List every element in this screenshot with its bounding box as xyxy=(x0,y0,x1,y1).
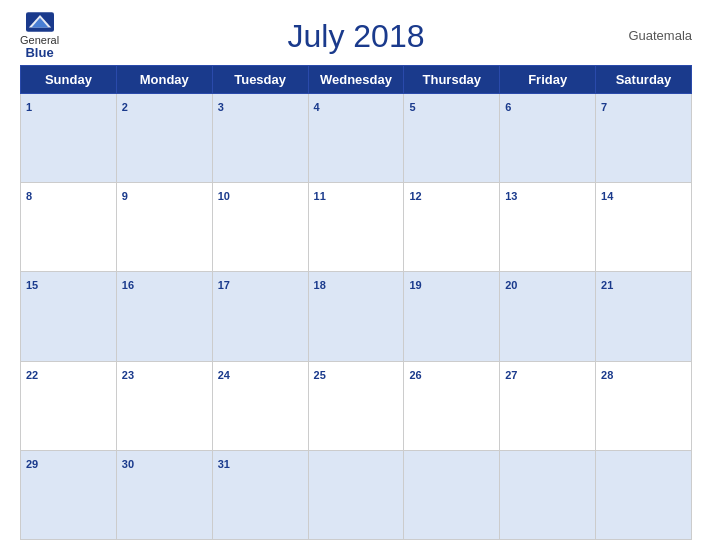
day-number: 2 xyxy=(122,101,128,113)
calendar-day: 11 xyxy=(308,183,404,272)
day-number: 22 xyxy=(26,369,38,381)
calendar-day: 19 xyxy=(404,272,500,361)
calendar-header-row: Sunday Monday Tuesday Wednesday Thursday… xyxy=(21,66,692,94)
day-number: 10 xyxy=(218,190,230,202)
header-wednesday: Wednesday xyxy=(308,66,404,94)
calendar-title: July 2018 xyxy=(288,18,425,54)
header-sunday: Sunday xyxy=(21,66,117,94)
calendar-day: 14 xyxy=(596,183,692,272)
calendar-day: 13 xyxy=(500,183,596,272)
calendar-day: 10 xyxy=(212,183,308,272)
calendar-day: 4 xyxy=(308,94,404,183)
calendar-day: 31 xyxy=(212,450,308,539)
day-number: 20 xyxy=(505,279,517,291)
day-number: 5 xyxy=(409,101,415,113)
calendar-week-5: 293031 xyxy=(21,450,692,539)
day-number: 31 xyxy=(218,458,230,470)
calendar-day: 25 xyxy=(308,361,404,450)
calendar-day: 28 xyxy=(596,361,692,450)
header-friday: Friday xyxy=(500,66,596,94)
calendar-day: 9 xyxy=(116,183,212,272)
day-number: 7 xyxy=(601,101,607,113)
calendar-day: 6 xyxy=(500,94,596,183)
day-number: 18 xyxy=(314,279,326,291)
calendar-day: 26 xyxy=(404,361,500,450)
day-number: 9 xyxy=(122,190,128,202)
day-number: 14 xyxy=(601,190,613,202)
day-number: 4 xyxy=(314,101,320,113)
calendar-week-1: 1234567 xyxy=(21,94,692,183)
day-number: 17 xyxy=(218,279,230,291)
logo-icon xyxy=(26,12,54,32)
calendar-day: 16 xyxy=(116,272,212,361)
calendar-day: 7 xyxy=(596,94,692,183)
calendar-day: 18 xyxy=(308,272,404,361)
day-number: 28 xyxy=(601,369,613,381)
calendar-day: 20 xyxy=(500,272,596,361)
calendar-week-4: 22232425262728 xyxy=(21,361,692,450)
calendar-week-2: 891011121314 xyxy=(21,183,692,272)
calendar-day: 27 xyxy=(500,361,596,450)
calendar-day: 23 xyxy=(116,361,212,450)
calendar-header: General Blue July 2018 Guatemala xyxy=(20,10,692,59)
weekday-header-row: Sunday Monday Tuesday Wednesday Thursday… xyxy=(21,66,692,94)
header-monday: Monday xyxy=(116,66,212,94)
calendar-day: 24 xyxy=(212,361,308,450)
calendar-day: 8 xyxy=(21,183,117,272)
title-block: July 2018 xyxy=(288,18,425,55)
calendar-day xyxy=(308,450,404,539)
day-number: 12 xyxy=(409,190,421,202)
calendar-body: 1234567891011121314151617181920212223242… xyxy=(21,94,692,540)
header-saturday: Saturday xyxy=(596,66,692,94)
calendar-day: 22 xyxy=(21,361,117,450)
day-number: 27 xyxy=(505,369,517,381)
calendar-day: 30 xyxy=(116,450,212,539)
calendar-day: 1 xyxy=(21,94,117,183)
day-number: 11 xyxy=(314,190,326,202)
calendar-day: 5 xyxy=(404,94,500,183)
calendar-day: 15 xyxy=(21,272,117,361)
day-number: 8 xyxy=(26,190,32,202)
calendar-day: 2 xyxy=(116,94,212,183)
day-number: 26 xyxy=(409,369,421,381)
day-number: 21 xyxy=(601,279,613,291)
logo: General Blue xyxy=(20,12,59,60)
country-label: Guatemala xyxy=(628,27,692,42)
header-thursday: Thursday xyxy=(404,66,500,94)
day-number: 23 xyxy=(122,369,134,381)
calendar-day xyxy=(404,450,500,539)
header-tuesday: Tuesday xyxy=(212,66,308,94)
day-number: 6 xyxy=(505,101,511,113)
logo-blue-text: Blue xyxy=(25,46,53,60)
calendar-day: 29 xyxy=(21,450,117,539)
day-number: 24 xyxy=(218,369,230,381)
day-number: 29 xyxy=(26,458,38,470)
day-number: 15 xyxy=(26,279,38,291)
calendar-day: 17 xyxy=(212,272,308,361)
calendar-day: 12 xyxy=(404,183,500,272)
calendar-day: 3 xyxy=(212,94,308,183)
day-number: 16 xyxy=(122,279,134,291)
day-number: 30 xyxy=(122,458,134,470)
calendar-week-3: 15161718192021 xyxy=(21,272,692,361)
calendar-table: Sunday Monday Tuesday Wednesday Thursday… xyxy=(20,65,692,540)
day-number: 13 xyxy=(505,190,517,202)
day-number: 1 xyxy=(26,101,32,113)
calendar-day xyxy=(596,450,692,539)
calendar-day xyxy=(500,450,596,539)
day-number: 25 xyxy=(314,369,326,381)
calendar-day: 21 xyxy=(596,272,692,361)
day-number: 3 xyxy=(218,101,224,113)
day-number: 19 xyxy=(409,279,421,291)
